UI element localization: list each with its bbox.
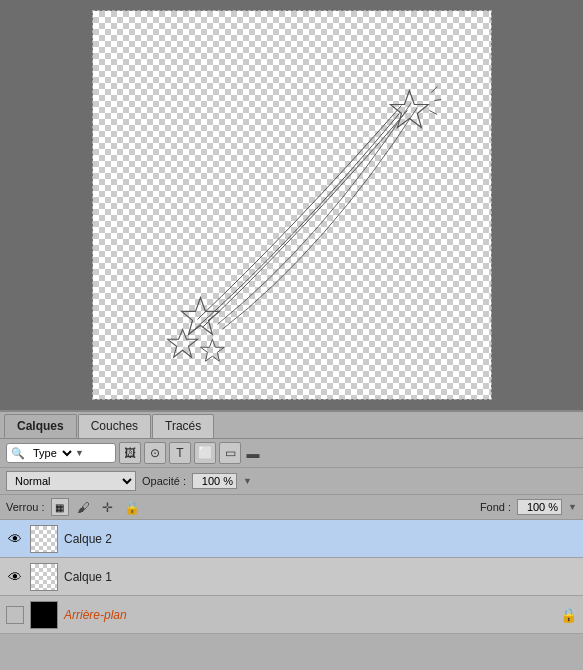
adjust-icon[interactable]: ⊙ <box>144 442 166 464</box>
lock-paint-icon[interactable]: 🖌 <box>75 498 93 516</box>
tab-couches[interactable]: Couches <box>78 414 151 438</box>
tab-calques[interactable]: Calques <box>4 414 77 438</box>
layer-thumbnail <box>30 563 58 591</box>
fond-label: Fond : <box>480 501 511 513</box>
eye-visibility-icon[interactable]: 👁 <box>6 530 24 548</box>
layer-thumbnail <box>30 601 58 629</box>
drawing-canvas <box>93 11 491 399</box>
canvas-area <box>0 0 583 410</box>
tab-traces[interactable]: Tracés <box>152 414 214 438</box>
svg-line-1 <box>431 87 437 93</box>
fond-dropdown-arrow[interactable]: ▼ <box>568 502 577 512</box>
layer-row[interactable]: 👁 Calque 2 <box>0 520 583 558</box>
opacity-input[interactable] <box>192 473 237 489</box>
svg-line-3 <box>429 110 437 114</box>
blend-mode-row: Normal Fondu Superposition Opacité : ▼ <box>0 468 583 495</box>
svg-line-2 <box>434 100 441 101</box>
text-icon[interactable]: T <box>169 442 191 464</box>
layer-row[interactable]: Arrière-plan 🔒 <box>0 596 583 634</box>
lock-label: Verrou : <box>6 501 45 513</box>
layer-row[interactable]: 👁 Calque 1 <box>0 558 583 596</box>
type-dropdown-arrow: ▼ <box>75 448 84 458</box>
shape-icon[interactable]: ⬜ <box>194 442 216 464</box>
opacity-label: Opacité : <box>142 475 186 487</box>
lock-icon: 🔒 <box>560 607 577 623</box>
search-box[interactable]: 🔍 Type ▼ <box>6 443 116 463</box>
lock-move-icon[interactable]: ✛ <box>99 498 117 516</box>
layer-visibility-checkbox[interactable] <box>6 606 24 624</box>
svg-marker-5 <box>167 329 197 357</box>
layer-name: Calque 2 <box>64 532 577 546</box>
fond-input[interactable] <box>517 499 562 515</box>
tabs-bar: Calques Couches Tracés <box>0 412 583 439</box>
type-select[interactable]: Type <box>27 445 75 461</box>
mask-icon[interactable]: ▭ <box>219 442 241 464</box>
svg-marker-6 <box>200 339 224 361</box>
layer-thumbnail <box>30 525 58 553</box>
layer-name: Arrière-plan <box>64 608 554 622</box>
toolbar-row: 🔍 Type ▼ 🖼 ⊙ T ⬜ ▭ ▬ <box>0 439 583 468</box>
opacity-dropdown-arrow[interactable]: ▼ <box>243 476 252 486</box>
lock-transparent-checkbox[interactable]: ▦ <box>51 498 69 516</box>
search-icon: 🔍 <box>11 447 25 460</box>
lock-row: Verrou : ▦ 🖌 ✛ 🔒 Fond : ▼ <box>0 495 583 520</box>
layers-list: 👁 Calque 2 👁 Calque 1 Arrière-plan 🔒 <box>0 520 583 634</box>
lock-all-icon[interactable]: 🔒 <box>123 498 141 516</box>
blend-mode-select[interactable]: Normal Fondu Superposition <box>6 471 136 491</box>
canvas-wrapper <box>92 10 492 400</box>
extra-icon[interactable]: ▬ <box>244 444 262 462</box>
layers-panel: Calques Couches Tracés 🔍 Type ▼ 🖼 ⊙ T ⬜ … <box>0 410 583 670</box>
eye-visibility-icon[interactable]: 👁 <box>6 568 24 586</box>
new-layer-icon[interactable]: 🖼 <box>119 442 141 464</box>
svg-marker-0 <box>390 91 428 128</box>
layer-name: Calque 1 <box>64 570 577 584</box>
